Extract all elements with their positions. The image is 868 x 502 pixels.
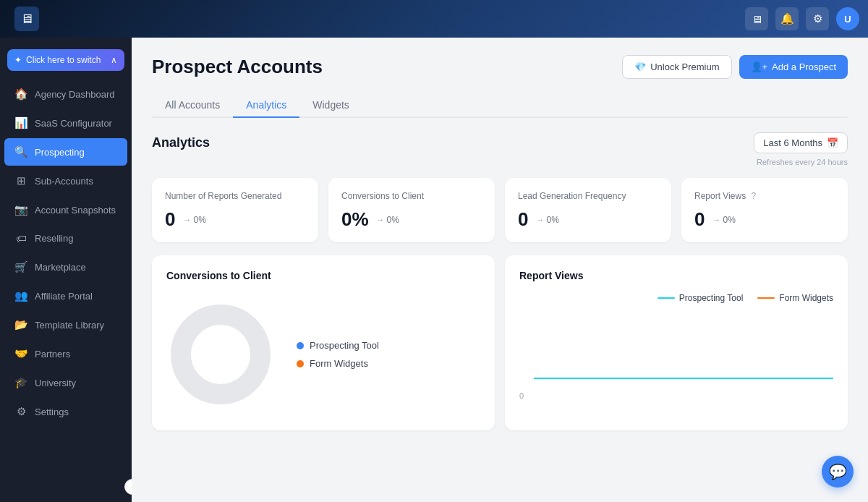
sidebar-item-reselling[interactable]: 🏷 Reselling — [4, 225, 127, 252]
notification-icon[interactable]: 🔔 — [775, 7, 799, 30]
donut-svg — [166, 300, 275, 409]
tab-all-accounts[interactable]: All Accounts — [152, 93, 233, 118]
main-content: Prospect Accounts 💎 Unlock Premium 👤+ Ad… — [132, 38, 868, 502]
switch-button[interactable]: ✦ Click here to switch ∧ — [7, 49, 124, 71]
switch-chevron-icon: ∧ — [111, 55, 117, 65]
line-chart-title: Report Views — [519, 270, 833, 281]
refresh-note: Refreshes every 24 hours — [152, 158, 848, 166]
sidebar-item-label: SaaS Configurator — [35, 118, 112, 129]
sidebar-item-affiliate-portal[interactable]: 👥 Affiliate Portal — [4, 282, 127, 310]
sidebar-item-prospecting[interactable]: 🔍 Prospecting — [4, 138, 127, 166]
display-icon[interactable]: 🖥 — [745, 7, 768, 30]
sidebar-item-partners[interactable]: 🤝 Partners — [4, 340, 127, 367]
line-legend-label-form-widgets: Form Widgets — [779, 293, 833, 303]
sub-accounts-icon: ⊞ — [14, 174, 27, 187]
metric-value-reports: 0 — [165, 208, 175, 231]
analytics-title: Analytics — [152, 135, 210, 150]
tab-bar: All Accounts Analytics Widgets — [152, 93, 848, 118]
sidebar-item-label: Sub-Accounts — [35, 176, 93, 187]
marketplace-icon: 🛒 — [14, 260, 27, 273]
sidebar-item-label: Marketplace — [35, 262, 86, 273]
metric-label-reports: Number of Reports Generated — [165, 191, 305, 201]
header-buttons: 💎 Unlock Premium 👤+ Add a Prospect — [622, 55, 848, 79]
legend-label-prospecting: Prospecting Tool — [310, 340, 379, 351]
charts-row: Conversions to Client Prospecting Tool F… — [152, 255, 848, 430]
sidebar-item-label: Reselling — [35, 233, 73, 244]
top-bar-icons: 🖥 🔔 ⚙ U — [745, 7, 859, 30]
change-value: 0% — [546, 215, 558, 225]
switch-label: Click here to switch — [26, 55, 101, 65]
donut-chart-title: Conversions to Client — [166, 270, 480, 281]
metric-label-conversions: Conversions to Client — [341, 191, 482, 201]
top-bar: 🖥 🖥 🔔 ⚙ U — [0, 0, 868, 38]
user-avatar[interactable]: U — [836, 7, 859, 30]
metric-change-reports: → 0% — [182, 215, 205, 225]
metric-card-lead-gen: Lead Generation Frequency 0 → 0% — [505, 178, 671, 242]
snapshots-icon: 📷 — [14, 203, 27, 216]
metric-change-lead-gen: → 0% — [535, 215, 558, 225]
sidebar-item-saas-configurator[interactable]: 📊 SaaS Configurator — [4, 109, 127, 137]
diamond-icon: 💎 — [634, 61, 646, 72]
sidebar-item-label: Affiliate Portal — [35, 291, 93, 302]
metric-label-lead-gen: Lead Generation Frequency — [518, 191, 658, 201]
support-chat-button[interactable]: 💬 — [822, 456, 854, 488]
tab-widgets[interactable]: Widgets — [299, 93, 362, 118]
metric-label-report-views: Report Views ? — [694, 191, 835, 201]
partners-icon: 🤝 — [14, 347, 27, 360]
sidebar-item-agency-dashboard[interactable]: 🏠 Agency Dashboard — [4, 80, 127, 108]
metric-change-conversions: → 0% — [376, 215, 399, 225]
sidebar-item-label: University — [35, 378, 76, 388]
agency-dashboard-icon: 🏠 — [14, 88, 27, 101]
change-value: 0% — [723, 215, 735, 225]
metric-value-lead-gen: 0 — [518, 208, 528, 231]
logo: 🖥 — [14, 7, 39, 31]
line-legend-color-prospecting — [658, 297, 675, 299]
metric-card-reports: Number of Reports Generated 0 → 0% — [152, 178, 318, 242]
add-prospect-button[interactable]: 👤+ Add a Prospect — [739, 55, 848, 79]
line-chart-svg — [534, 313, 833, 386]
page-header: Prospect Accounts 💎 Unlock Premium 👤+ Ad… — [152, 55, 848, 79]
saas-icon: 📊 — [14, 116, 27, 129]
change-value: 0% — [193, 215, 205, 225]
arrow-icon: → — [376, 215, 385, 225]
donut-chart-card: Conversions to Client Prospecting Tool F… — [152, 255, 495, 430]
sidebar-item-marketplace[interactable]: 🛒 Marketplace — [4, 253, 127, 281]
line-legend-item-prospecting: Prospecting Tool — [658, 293, 744, 303]
line-legend-color-form-widgets — [757, 297, 775, 299]
metric-change-report-views: → 0% — [712, 215, 735, 225]
prospecting-icon: 🔍 — [14, 145, 27, 158]
sidebar-collapse-button[interactable]: ‹ — [124, 479, 132, 495]
legend-item-form-widgets: Form Widgets — [297, 358, 379, 369]
calendar-icon: 📅 — [827, 137, 838, 148]
date-filter[interactable]: Last 6 Months 📅 — [754, 132, 848, 153]
sidebar-item-settings[interactable]: ⚙ Settings — [4, 398, 127, 425]
switch-icon: ✦ — [14, 55, 22, 65]
add-icon: 👤+ — [751, 61, 768, 72]
sidebar-item-sub-accounts[interactable]: ⊞ Sub-Accounts — [4, 167, 127, 195]
line-legend-item-form-widgets: Form Widgets — [757, 293, 833, 303]
help-icon[interactable]: ? — [752, 191, 757, 201]
donut-container: Prospecting Tool Form Widgets — [166, 293, 480, 416]
legend-label-form-widgets: Form Widgets — [310, 358, 368, 369]
sidebar-item-label: Account Snapshots — [35, 205, 116, 216]
metric-value-conversions: 0% — [341, 208, 369, 231]
unlock-premium-button[interactable]: 💎 Unlock Premium — [622, 55, 731, 79]
sidebar-item-label: Prospecting — [35, 147, 85, 158]
settings-nav-icon: ⚙ — [14, 405, 27, 418]
sidebar-item-university[interactable]: 🎓 University — [4, 369, 127, 396]
analytics-header: Analytics Last 6 Months 📅 — [152, 132, 848, 153]
tab-analytics[interactable]: Analytics — [233, 93, 299, 118]
chat-icon: 💬 — [829, 463, 847, 480]
arrow-icon: → — [535, 215, 544, 225]
sidebar-item-template-library[interactable]: 📂 Template Library — [4, 311, 127, 339]
settings-icon[interactable]: ⚙ — [806, 7, 829, 30]
affiliate-icon: 👥 — [14, 289, 27, 302]
page-title: Prospect Accounts — [152, 56, 323, 78]
donut-legend: Prospecting Tool Form Widgets — [297, 340, 379, 369]
svg-point-0 — [181, 315, 260, 394]
legend-dot-form-widgets — [297, 360, 304, 367]
metric-card-conversions: Conversions to Client 0% → 0% — [328, 178, 495, 242]
date-filter-label: Last 6 Months — [763, 137, 822, 148]
sidebar-item-account-snapshots[interactable]: 📷 Account Snapshots — [4, 196, 127, 224]
y-axis-label: 0 — [519, 391, 524, 400]
